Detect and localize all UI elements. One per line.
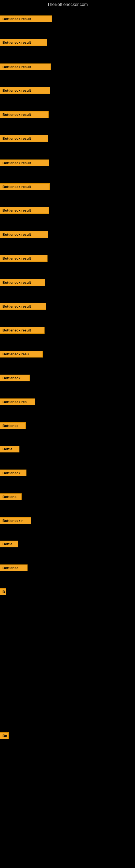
bottleneck-result-item: Bottlenec bbox=[0, 422, 26, 430]
bottleneck-badge[interactable]: Bottleneck result bbox=[0, 87, 50, 94]
bottleneck-badge[interactable]: Bottleneck result bbox=[0, 207, 49, 214]
bottleneck-result-item: Bottleneck res bbox=[0, 399, 35, 406]
bottleneck-result-item: Bottleneck result bbox=[0, 39, 47, 47]
bottleneck-result-item: Bottleneck bbox=[0, 469, 27, 477]
bottleneck-badge[interactable]: Bottleneck result bbox=[0, 303, 46, 310]
bottleneck-badge[interactable]: Bottleneck result bbox=[0, 63, 51, 70]
bottleneck-badge[interactable]: Bottleneck result bbox=[0, 231, 48, 238]
bottleneck-badge[interactable]: Bottleneck bbox=[0, 469, 27, 476]
bottleneck-result-item: Bottleneck result bbox=[0, 87, 50, 95]
bottleneck-badge[interactable]: Bottleneck result bbox=[0, 279, 45, 286]
bottleneck-badge[interactable]: Bottleneck result bbox=[0, 255, 48, 262]
bottleneck-result-item: Bottleneck result bbox=[0, 16, 52, 23]
bottleneck-result-item: Bottleneck result bbox=[0, 279, 45, 287]
bottleneck-badge[interactable]: Bottleneck result bbox=[0, 183, 50, 190]
bottleneck-result-item: B bbox=[0, 588, 6, 596]
bottleneck-badge[interactable]: Bottle bbox=[0, 540, 18, 547]
bottleneck-badge[interactable]: B bbox=[0, 588, 6, 595]
bottleneck-badge[interactable]: Bottleneck result bbox=[0, 39, 47, 46]
bottleneck-result-item: Bottleneck result bbox=[0, 207, 49, 215]
bottleneck-badge[interactable]: Bottle bbox=[0, 446, 19, 453]
bottleneck-result-item: Bottleneck resu bbox=[0, 351, 43, 359]
bottleneck-badge[interactable]: Bottlenec bbox=[0, 564, 28, 571]
bottleneck-badge[interactable]: Bottleneck r bbox=[0, 517, 31, 524]
bottleneck-badge[interactable]: Bottlene bbox=[0, 493, 21, 500]
bottleneck-badge[interactable]: Bottleneck resu bbox=[0, 351, 43, 358]
bottleneck-badge[interactable]: Bottleneck bbox=[0, 375, 30, 381]
bottleneck-result-item: Bottle bbox=[0, 540, 18, 549]
bottleneck-result-item: Bottleneck result bbox=[0, 63, 51, 71]
bottleneck-result-item: Bottleneck result bbox=[0, 255, 48, 263]
bottleneck-badge[interactable]: Bottleneck res bbox=[0, 399, 35, 405]
bottleneck-badge[interactable]: Bottlenec bbox=[0, 422, 26, 429]
bottleneck-badge[interactable]: Bottleneck result bbox=[0, 135, 48, 142]
bottleneck-result-item: Bottleneck r bbox=[0, 517, 31, 525]
bottleneck-result-item: Bottleneck result bbox=[0, 135, 48, 143]
bottleneck-badge[interactable]: Bottleneck result bbox=[0, 16, 52, 22]
bottleneck-badge[interactable]: Bo bbox=[0, 733, 9, 739]
bottleneck-result-item: Bottlene bbox=[0, 493, 21, 501]
bottleneck-result-item: Bottleneck result bbox=[0, 183, 50, 191]
bottleneck-badge[interactable]: Bottleneck result bbox=[0, 111, 49, 118]
bottleneck-result-item: Bottleneck bbox=[0, 375, 30, 382]
bottleneck-badge[interactable]: Bottleneck result bbox=[0, 159, 49, 166]
bottleneck-result-item: Bottleneck result bbox=[0, 327, 45, 335]
bottleneck-result-item: Bottlenec bbox=[0, 564, 28, 572]
bottleneck-result-item: Bottleneck result bbox=[0, 111, 49, 119]
bottleneck-result-item: Bottleneck result bbox=[0, 231, 48, 239]
bottleneck-badge[interactable]: Bottleneck result bbox=[0, 327, 45, 334]
bottleneck-result-item: Bo bbox=[0, 733, 9, 740]
bottleneck-result-item: Bottle bbox=[0, 446, 19, 454]
site-title: TheBottlenecker.com bbox=[0, 0, 135, 9]
bottleneck-result-item: Bottleneck result bbox=[0, 303, 46, 311]
bottleneck-result-item: Bottleneck result bbox=[0, 159, 49, 167]
